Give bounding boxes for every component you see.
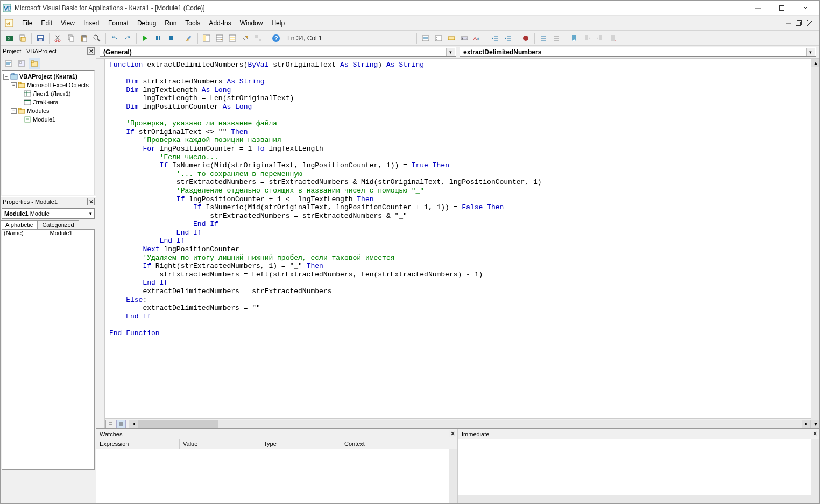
- immediate-header[interactable]: Immediate ✕: [458, 429, 819, 439]
- break-button[interactable]: [152, 32, 164, 44]
- bookmark-prev-button[interactable]: [594, 32, 606, 44]
- menu-debug[interactable]: Debug: [133, 17, 160, 29]
- save-button[interactable]: [34, 32, 46, 44]
- view-code-button[interactable]: [3, 58, 15, 69]
- menu-help[interactable]: Help: [267, 17, 289, 29]
- close-button[interactable]: [794, 1, 817, 16]
- menu-window[interactable]: Window: [236, 17, 267, 29]
- menu-insert[interactable]: Insert: [79, 17, 104, 29]
- property-row[interactable]: (Name) Module1: [2, 230, 94, 238]
- scroll-right-button[interactable]: ▸: [802, 420, 810, 428]
- design-mode-button[interactable]: [183, 32, 195, 44]
- minimize-button[interactable]: [746, 1, 770, 16]
- scroll-down-button[interactable]: ▾: [811, 420, 819, 428]
- parameter-info-button[interactable]: (..): [458, 32, 470, 44]
- cut-button[interactable]: [52, 32, 64, 44]
- tree-thisworkbook[interactable]: ЭтаКнига: [2, 98, 94, 107]
- tab-order-button[interactable]: [252, 32, 264, 44]
- horizontal-scrollbar[interactable]: ◂ ▸: [129, 420, 811, 428]
- properties-pane-header[interactable]: Properties - Module1 ✕: [1, 196, 96, 207]
- watch-col-type[interactable]: Type: [260, 439, 341, 449]
- tab-alphabetic[interactable]: Alphabetic: [1, 220, 38, 229]
- mdi-minimize-button[interactable]: [784, 19, 793, 27]
- mdi-close-button[interactable]: [805, 19, 814, 27]
- insert-item-button[interactable]: [17, 32, 29, 44]
- procedure-view-button[interactable]: [105, 420, 115, 428]
- bookmark-next-button[interactable]: [581, 32, 593, 44]
- property-value[interactable]: Module1: [48, 230, 95, 238]
- code-margin[interactable]: [96, 59, 105, 428]
- watch-col-context[interactable]: Context: [341, 439, 457, 449]
- copy-button[interactable]: [65, 32, 77, 44]
- bookmark-toggle-button[interactable]: [568, 32, 580, 44]
- immediate-hscroll[interactable]: [458, 495, 811, 503]
- quick-info-button[interactable]: [446, 32, 457, 44]
- project-pane-close-button[interactable]: ✕: [87, 47, 95, 55]
- undo-button[interactable]: [109, 32, 121, 44]
- object-browser-button[interactable]: [227, 32, 238, 44]
- svg-rect-84: [18, 82, 21, 84]
- tab-categorized[interactable]: Categorized: [37, 220, 79, 229]
- watch-col-value[interactable]: Value: [180, 439, 260, 449]
- object-dropdown[interactable]: (General) ▾: [100, 47, 456, 57]
- reset-button[interactable]: [165, 32, 177, 44]
- menu-format[interactable]: Format: [104, 17, 133, 29]
- project-pane-header[interactable]: Project - VBAProject ✕: [1, 46, 96, 56]
- properties-object-select[interactable]: Module1 Module ▾: [2, 208, 95, 219]
- tree-collapse-icon[interactable]: −: [11, 108, 17, 114]
- tree-sheet1[interactable]: Лист1 (Лист1): [2, 89, 94, 98]
- run-button[interactable]: [139, 32, 151, 44]
- watches-header[interactable]: Watches ✕: [96, 429, 457, 439]
- menu-file[interactable]: File: [18, 17, 37, 29]
- menu-addins[interactable]: Add-Ins: [204, 17, 235, 29]
- immediate-body[interactable]: [458, 439, 819, 503]
- help-button[interactable]: ?: [270, 32, 282, 44]
- complete-word-button[interactable]: A±: [471, 32, 483, 44]
- watches-body[interactable]: [96, 449, 457, 503]
- full-module-view-button[interactable]: [116, 420, 126, 428]
- tree-module1[interactable]: Module1: [2, 115, 94, 124]
- comment-block-button[interactable]: [538, 32, 549, 44]
- view-object-button[interactable]: [16, 58, 27, 69]
- uncomment-block-button[interactable]: [550, 32, 562, 44]
- scroll-up-button[interactable]: ▴: [811, 59, 819, 67]
- mdi-restore-button[interactable]: [795, 19, 803, 27]
- properties-button[interactable]: [214, 32, 225, 44]
- menu-edit[interactable]: Edit: [37, 17, 56, 29]
- bookmark-clear-button[interactable]: [607, 32, 619, 44]
- find-button[interactable]: [91, 32, 103, 44]
- scroll-thumb[interactable]: [138, 420, 218, 428]
- toggle-folders-button[interactable]: [29, 58, 40, 69]
- tree-root[interactable]: − VBAProject (Книга1): [2, 72, 94, 81]
- maximize-button[interactable]: [770, 1, 794, 16]
- scroll-left-button[interactable]: ◂: [129, 420, 138, 428]
- view-excel-button[interactable]: X: [4, 32, 16, 44]
- redo-button[interactable]: [122, 32, 133, 44]
- immediate-close-button[interactable]: ✕: [811, 430, 818, 437]
- tree-modules-folder[interactable]: − Modules: [2, 107, 94, 115]
- immediate-vscroll[interactable]: [811, 439, 819, 503]
- project-explorer-button[interactable]: [201, 32, 213, 44]
- menu-run[interactable]: Run: [160, 17, 181, 29]
- indent-button[interactable]: [489, 32, 501, 44]
- toolbox-button[interactable]: [239, 32, 251, 44]
- list-properties-button[interactable]: [420, 32, 432, 44]
- procedure-dropdown[interactable]: extractDelimitedNumbers ▾: [460, 47, 816, 57]
- list-constants-button[interactable]: [433, 32, 444, 44]
- outdent-button[interactable]: [502, 32, 514, 44]
- breakpoint-button[interactable]: [520, 32, 532, 44]
- project-tree[interactable]: − VBAProject (Книга1) − Microsoft Excel …: [2, 70, 95, 195]
- paste-button[interactable]: [78, 32, 90, 44]
- vertical-scrollbar[interactable]: ▴ ▾: [811, 59, 819, 428]
- watches-close-button[interactable]: ✕: [449, 430, 456, 437]
- properties-pane-close-button[interactable]: ✕: [87, 198, 95, 205]
- menu-view[interactable]: View: [56, 17, 79, 29]
- tree-excel-objects-folder[interactable]: − Microsoft Excel Objects: [2, 81, 94, 89]
- properties-grid[interactable]: (Name) Module1: [2, 229, 95, 470]
- tree-collapse-icon[interactable]: −: [3, 74, 9, 80]
- watch-col-expression[interactable]: Expression: [96, 439, 180, 449]
- code-text[interactable]: Function extractDelimitedNumbers(ByVal s…: [105, 59, 811, 418]
- menu-tools[interactable]: Tools: [181, 17, 204, 29]
- watches-vscroll[interactable]: [449, 449, 457, 503]
- tree-collapse-icon[interactable]: −: [11, 82, 17, 88]
